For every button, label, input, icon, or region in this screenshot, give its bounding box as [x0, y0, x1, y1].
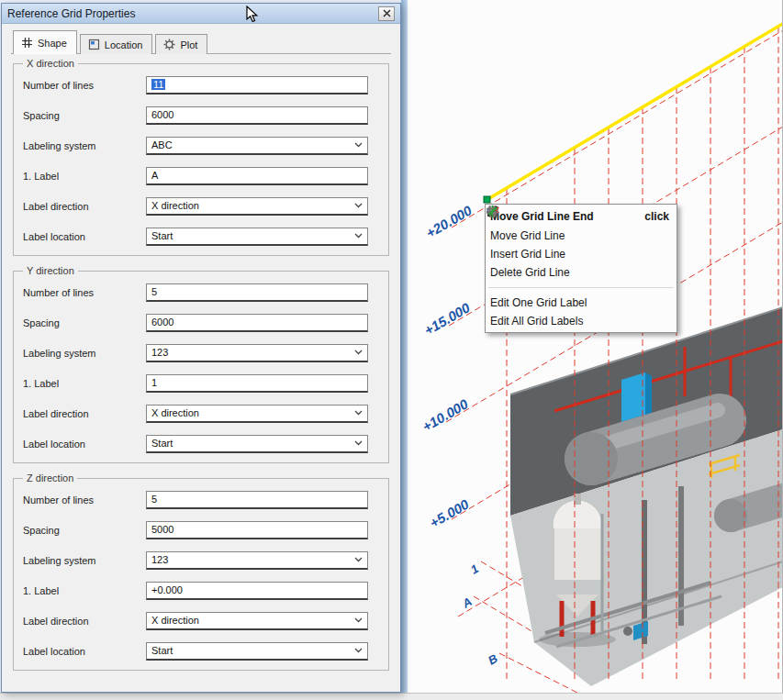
chevron-down-icon: [354, 142, 363, 148]
menu-item-move-grid-line[interactable]: Move Grid Line: [486, 227, 677, 245]
chevron-down-icon: [354, 233, 363, 239]
number-of-lines-input[interactable]: 5: [146, 491, 368, 509]
axis-label: B: [486, 651, 500, 668]
field-row-number-of-lines: Number of lines 5: [23, 484, 379, 515]
grid-line-end-handle[interactable]: [484, 196, 490, 203]
tab-plot[interactable]: Plot: [155, 34, 207, 54]
label-direction-dropdown[interactable]: X direction: [146, 405, 368, 423]
label-location-dropdown[interactable]: Start: [146, 435, 368, 453]
field-value: 5: [151, 286, 157, 297]
field-value: 123: [151, 554, 168, 565]
field-row-number-of-lines: Number of lines 11: [23, 70, 379, 100]
group-title: Z direction: [23, 472, 77, 483]
group-z-direction: Z direction Number of lines 5 Spacing 50…: [13, 472, 389, 671]
menu-item-label: Move Grid Line: [490, 229, 565, 242]
chevron-down-icon: [354, 410, 363, 416]
field-value: 5: [151, 494, 157, 505]
field-label: 1. Label: [23, 378, 146, 389]
labeling-system-dropdown[interactable]: 123: [146, 344, 368, 362]
grid-icon: [21, 37, 33, 49]
group-y-direction: Y direction Number of lines 5 Spacing 60…: [13, 265, 389, 463]
field-row-first-label: 1. Label 1: [23, 368, 379, 398]
menu-item-delete-grid-line[interactable]: Delete Grid Line: [486, 263, 677, 282]
field-row-spacing: Spacing 6000: [23, 100, 379, 130]
field-label: Label direction: [23, 616, 146, 627]
menu-item-edit-one-grid-label[interactable]: Edit One Grid Label: [486, 294, 677, 312]
label-location-dropdown[interactable]: Start: [146, 642, 368, 661]
field-row-first-label: 1. Label +0.000: [23, 575, 379, 606]
tab-label: Shape: [38, 38, 67, 49]
field-label: Spacing: [23, 525, 146, 536]
menu-item-label: Insert Grid Line: [490, 248, 565, 261]
field-value: 6000: [151, 109, 173, 120]
field-value: Start: [151, 645, 173, 656]
menu-item-hint: click: [644, 210, 669, 223]
group-x-direction: X direction Number of lines 11 Spacing 6…: [13, 58, 389, 256]
menu-item-label: Edit One Grid Label: [490, 296, 587, 309]
application-window: +20.000 +15.000 +10.000 +5.000 1 A B Mov…: [0, 0, 783, 700]
field-value: +0.000: [151, 584, 183, 595]
window-icon: [88, 39, 100, 50]
field-row-spacing: Spacing 6000: [23, 307, 379, 338]
field-row-label-location: Label location Start: [23, 428, 379, 459]
labeling-system-dropdown[interactable]: 123: [146, 551, 368, 570]
chevron-down-icon: [354, 350, 363, 355]
tab-location[interactable]: Location: [80, 34, 153, 54]
tab-strip: Shape Location: [11, 30, 391, 54]
menu-item-label: Edit All Grid Labels: [490, 315, 583, 328]
field-label: Number of lines: [23, 287, 146, 298]
label-location-dropdown[interactable]: Start: [146, 228, 368, 246]
number-of-lines-input[interactable]: 11: [146, 76, 368, 94]
label-direction-dropdown[interactable]: X direction: [146, 197, 368, 216]
chevron-down-icon: [354, 617, 363, 623]
close-icon: [383, 9, 391, 17]
tab-shape[interactable]: Shape: [13, 30, 77, 54]
menu-item-edit-all-grid-labels[interactable]: Edit All Grid Labels: [486, 312, 677, 330]
field-label: Labeling system: [23, 555, 146, 566]
chevron-down-icon: [354, 203, 363, 208]
plant-3d-model: [510, 307, 783, 686]
first-label-input[interactable]: 1: [146, 374, 368, 393]
model-viewport[interactable]: +20.000 +15.000 +10.000 +5.000 1 A B Mov…: [408, 0, 783, 693]
first-label-input[interactable]: A: [146, 167, 368, 185]
close-button[interactable]: [378, 6, 395, 21]
field-label: Number of lines: [23, 80, 146, 91]
spacing-input[interactable]: 6000: [146, 314, 368, 332]
field-label: Labeling system: [23, 348, 146, 359]
elevation-label: +20.000: [423, 202, 475, 240]
label-direction-dropdown[interactable]: X direction: [146, 612, 368, 630]
menu-item-label: Move Grid Line End: [490, 210, 594, 223]
menu-item-move-grid-line-end[interactable]: Move Grid Line End click: [486, 206, 677, 227]
field-label: 1. Label: [23, 585, 146, 596]
field-row-number-of-lines: Number of lines 5: [23, 277, 379, 307]
elevation-label: +10.000: [419, 395, 471, 434]
group-title: Y direction: [23, 265, 78, 276]
axis-label: 1: [468, 561, 481, 577]
spacing-input[interactable]: 6000: [146, 106, 368, 125]
chevron-down-icon: [354, 440, 363, 446]
status-strip: [0, 693, 783, 700]
field-value: X direction: [151, 407, 199, 418]
number-of-lines-input[interactable]: 5: [146, 283, 368, 302]
group-title: X direction: [23, 58, 78, 69]
menu-item-label: Delete Grid Line: [490, 266, 570, 279]
field-value: Start: [151, 438, 173, 449]
elevation-label: +15.000: [421, 299, 473, 338]
field-label: Label direction: [23, 201, 146, 212]
menu-item-insert-grid-line[interactable]: Insert Grid Line: [486, 245, 677, 263]
spacing-input[interactable]: 5000: [146, 521, 368, 539]
field-label: Spacing: [23, 317, 146, 328]
labeling-system-dropdown[interactable]: ABC: [146, 137, 368, 155]
field-row-labeling-system: Labeling system 123: [23, 338, 379, 368]
dialog-titlebar[interactable]: Reference Grid Properties: [2, 4, 400, 24]
field-row-label-direction: Label direction X direction: [23, 191, 379, 221]
selected-text: 11: [151, 79, 165, 90]
field-value: 1: [151, 377, 157, 388]
mouse-cursor: [246, 6, 261, 28]
dialog-title: Reference Grid Properties: [7, 7, 135, 20]
viewport-canvas: +20.000 +15.000 +10.000 +5.000 1 A B: [408, 0, 783, 693]
first-label-input[interactable]: +0.000: [146, 582, 368, 600]
edit-all-grid-labels-icon: [486, 205, 499, 218]
highlighted-grid-line[interactable]: [487, 20, 783, 200]
chevron-down-icon: [354, 648, 363, 653]
